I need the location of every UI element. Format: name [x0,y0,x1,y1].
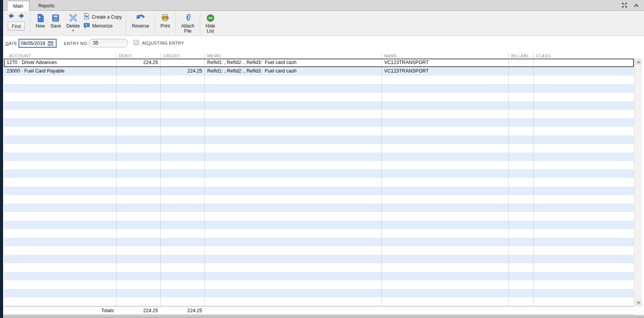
cell-debit[interactable] [116,229,160,238]
cell-billable[interactable] [508,280,533,289]
cell-debit[interactable] [116,144,160,152]
collapse-ribbon-icon[interactable] [633,3,639,10]
cell-account[interactable] [4,144,116,152]
cell-memo[interactable] [204,161,381,169]
cell-billable[interactable] [508,212,533,221]
cell-class[interactable] [533,229,634,238]
table-row[interactable] [4,152,634,161]
cell-account[interactable] [4,93,116,101]
cell-debit[interactable] [116,110,160,118]
cell-name[interactable] [381,178,508,187]
cell-billable[interactable] [508,144,533,152]
cell-account[interactable] [4,280,116,289]
cell-memo[interactable] [204,221,381,229]
cell-billable[interactable] [508,152,533,161]
cell-name[interactable]: VC123TRANSPORT [381,67,508,76]
cell-class[interactable] [533,67,634,76]
cell-credit[interactable] [160,246,204,255]
cell-name[interactable] [381,135,508,144]
cell-account[interactable] [4,84,116,93]
cell-billable[interactable] [508,187,533,195]
cell-billable[interactable] [508,289,533,297]
table-row[interactable] [4,127,634,135]
cell-debit[interactable] [116,161,160,169]
cell-credit[interactable] [160,118,204,127]
cell-memo[interactable]: RefId1: , RefId2: , RefId3: Fuel card ca… [204,67,381,76]
calendar-icon[interactable] [46,40,54,47]
cell-account[interactable]: 23000 · Fuel Card Payable [4,67,116,76]
cell-account[interactable] [4,289,116,297]
cell-name[interactable] [381,187,508,195]
cell-billable[interactable] [508,229,533,238]
cell-debit[interactable] [116,195,160,204]
cell-class[interactable] [533,118,634,127]
scroll-down-button[interactable] [635,300,642,306]
cell-credit[interactable] [160,127,204,135]
cell-credit[interactable] [160,297,204,306]
cell-account[interactable] [4,169,116,178]
memorize-button[interactable]: Memorize [83,22,122,30]
cell-credit[interactable] [160,229,204,238]
cell-billable[interactable] [508,238,533,246]
cell-memo[interactable] [204,246,381,255]
cell-credit[interactable] [160,221,204,229]
cell-account[interactable] [4,212,116,221]
cell-name[interactable] [381,204,508,212]
cell-memo[interactable] [204,272,381,280]
cell-name[interactable] [381,110,508,118]
cell-billable[interactable] [508,263,533,272]
table-row[interactable] [4,144,634,152]
entry-no-input[interactable] [89,39,128,47]
cell-memo[interactable] [204,144,381,152]
delete-button[interactable]: Delete ▼ [66,12,80,32]
adjusting-entry-checkbox[interactable] [134,40,139,45]
cell-debit[interactable] [116,76,160,84]
cell-debit[interactable] [116,246,160,255]
cell-account[interactable] [4,178,116,187]
cell-credit[interactable] [160,101,204,110]
cell-class[interactable] [533,127,634,135]
cell-debit[interactable] [116,255,160,263]
cell-memo[interactable] [204,255,381,263]
table-row[interactable]: 1270 · Driver Advances224.25RefId1: , Re… [4,59,634,67]
cell-name[interactable]: VC123TRANSPORT [381,59,508,67]
cell-debit[interactable] [116,93,160,101]
cell-credit[interactable] [160,152,204,161]
table-row[interactable]: 23000 · Fuel Card Payable224.25RefId1: ,… [4,67,634,76]
cell-credit[interactable] [160,272,204,280]
cell-memo[interactable] [204,93,381,101]
cell-debit[interactable] [116,84,160,93]
back-arrow-icon[interactable] [8,13,15,21]
table-row[interactable] [4,238,634,246]
cell-class[interactable] [533,178,634,187]
cell-name[interactable] [381,161,508,169]
cell-credit[interactable] [160,76,204,84]
cell-name[interactable] [381,297,508,306]
table-row[interactable] [4,195,634,204]
cell-class[interactable] [533,195,634,204]
cell-billable[interactable] [508,118,533,127]
cell-memo[interactable] [204,110,381,118]
table-row[interactable] [4,178,634,187]
cell-account[interactable] [4,110,116,118]
cell-debit[interactable] [116,263,160,272]
cell-name[interactable] [381,195,508,204]
cell-credit[interactable] [160,255,204,263]
cell-credit[interactable] [160,238,204,246]
cell-class[interactable] [533,144,634,152]
print-button[interactable]: Print [160,12,170,29]
cell-account[interactable] [4,152,116,161]
cell-class[interactable] [533,135,634,144]
cell-name[interactable] [381,238,508,246]
cell-account[interactable] [4,76,116,84]
table-row[interactable] [4,93,634,101]
cell-account[interactable] [4,272,116,280]
cell-account[interactable] [4,135,116,144]
cell-billable[interactable] [508,76,533,84]
cell-memo[interactable] [204,229,381,238]
cell-name[interactable] [381,84,508,93]
cell-credit[interactable] [160,204,204,212]
table-row[interactable] [4,221,634,229]
cell-memo[interactable] [204,280,381,289]
cell-credit[interactable] [160,144,204,152]
